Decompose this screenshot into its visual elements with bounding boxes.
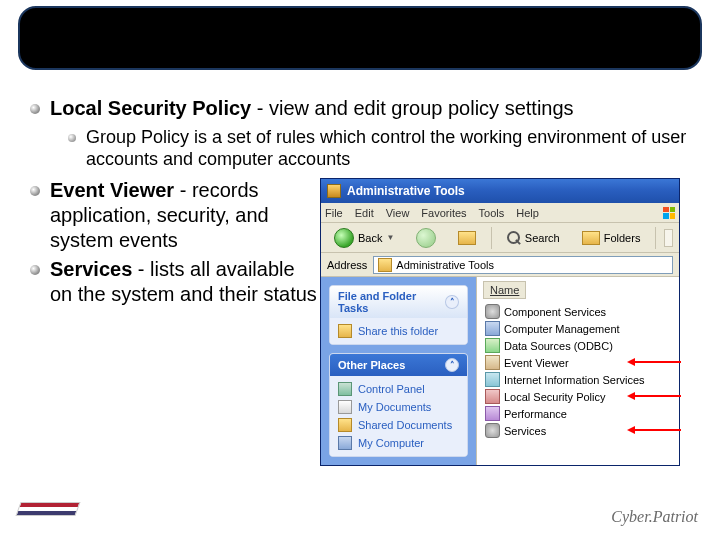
column-header-name[interactable]: Name [483, 281, 526, 299]
bullet-text: Event Viewer - records application, secu… [50, 178, 320, 253]
item-label: Performance [504, 408, 567, 420]
content-row: Event Viewer - records application, secu… [30, 178, 702, 466]
callout-arrow [633, 361, 681, 363]
menu-view[interactable]: View [386, 207, 410, 219]
menu-file[interactable]: File [325, 207, 343, 219]
forward-icon [416, 228, 436, 248]
bullet-icon [30, 104, 40, 114]
slide-header-bar [18, 6, 702, 70]
item-computer-management[interactable]: Computer Management [483, 320, 679, 337]
place-my-documents[interactable]: My Documents [338, 400, 459, 414]
item-services[interactable]: Services [483, 422, 679, 439]
panel-title: Other Places [338, 359, 405, 371]
windows-flag-icon [663, 207, 675, 219]
menu-help[interactable]: Help [516, 207, 539, 219]
iis-icon [485, 372, 500, 387]
menu-tools[interactable]: Tools [479, 207, 505, 219]
folders-icon [582, 231, 600, 245]
svc-title: Services [50, 258, 132, 280]
item-data-sources[interactable]: Data Sources (ODBC) [483, 337, 679, 354]
search-button[interactable]: Search [500, 228, 567, 248]
computer-icon [338, 436, 352, 450]
item-label: Data Sources (ODBC) [504, 340, 613, 352]
window-titlebar[interactable]: Administrative Tools [321, 179, 679, 203]
explorer-body: File and Folder Tasks ˄ Share this folde… [321, 277, 679, 465]
menu-right [663, 207, 675, 219]
callout-arrow [633, 395, 681, 397]
local-security-policy-icon [485, 389, 500, 404]
up-button[interactable] [451, 228, 483, 248]
footer-logo [18, 502, 88, 526]
task-share-folder[interactable]: Share this folder [338, 324, 459, 338]
services-icon [485, 423, 500, 438]
control-panel-icon [338, 382, 352, 396]
forward-button[interactable] [409, 225, 443, 251]
item-performance[interactable]: Performance [483, 405, 679, 422]
panel-header[interactable]: File and Folder Tasks ˄ [330, 286, 467, 318]
address-label: Address [327, 259, 367, 271]
item-component-services[interactable]: Component Services [483, 303, 679, 320]
back-button[interactable]: Back ▼ [327, 225, 401, 251]
bullet-icon [68, 134, 76, 142]
place-control-panel[interactable]: Control Panel [338, 382, 459, 396]
share-icon [338, 324, 352, 338]
menu-favorites[interactable]: Favorites [421, 207, 466, 219]
folders-button[interactable]: Folders [575, 228, 648, 248]
lsp-desc: - view and edit group policy settings [251, 97, 573, 119]
address-bar: Address Administrative Tools [321, 253, 679, 277]
item-label: Local Security Policy [504, 391, 606, 403]
chevron-up-icon: ˄ [445, 358, 459, 372]
folder-icon [378, 258, 392, 272]
place-my-computer[interactable]: My Computer [338, 436, 459, 450]
footer-brand: Cyber.Patriot [611, 508, 698, 526]
documents-icon [338, 400, 352, 414]
place-label: My Computer [358, 437, 424, 449]
window-title: Administrative Tools [347, 184, 465, 198]
slide-content: Local Security Policy - view and edit gr… [30, 96, 702, 466]
back-label: Back [358, 232, 382, 244]
panel-body: Control Panel My Documents Shared Docume… [330, 376, 467, 456]
bullet-text: Services - lists all available on the sy… [50, 257, 320, 307]
folder-up-icon [458, 231, 476, 245]
bullet-icon [30, 265, 40, 275]
item-iis[interactable]: Internet Information Services [483, 371, 679, 388]
item-event-viewer[interactable]: Event Viewer [483, 354, 679, 371]
panel-file-folder-tasks: File and Folder Tasks ˄ Share this folde… [329, 285, 468, 345]
file-list: Name Component Services Computer Managem… [476, 277, 679, 465]
sub-bullet-group-policy: Group Policy is a set of rules which con… [68, 127, 702, 170]
lsp-title: Local Security Policy [50, 97, 251, 119]
place-shared-documents[interactable]: Shared Documents [338, 418, 459, 432]
back-icon [334, 228, 354, 248]
panel-title: File and Folder Tasks [338, 290, 445, 314]
place-label: My Documents [358, 401, 431, 413]
toolbar: Back ▼ Search Folders [321, 223, 679, 253]
event-viewer-icon [485, 355, 500, 370]
place-label: Control Panel [358, 383, 425, 395]
folders-label: Folders [604, 232, 641, 244]
flag-icon [15, 502, 80, 516]
address-value: Administrative Tools [396, 259, 494, 271]
search-label: Search [525, 232, 560, 244]
item-label: Component Services [504, 306, 606, 318]
menu-bar: File Edit View Favorites Tools Help [321, 203, 679, 223]
callout-arrow [633, 429, 681, 431]
side-panel: File and Folder Tasks ˄ Share this folde… [321, 277, 476, 465]
place-label: Shared Documents [358, 419, 452, 431]
address-input[interactable]: Administrative Tools [373, 256, 673, 274]
computer-management-icon [485, 321, 500, 336]
item-label: Services [504, 425, 546, 437]
panel-header[interactable]: Other Places ˄ [330, 354, 467, 376]
ev-title: Event Viewer [50, 179, 174, 201]
menu-edit[interactable]: Edit [355, 207, 374, 219]
chevron-up-icon: ˄ [445, 295, 459, 309]
chevron-down-icon: ▼ [386, 233, 394, 242]
bullet-icon [30, 186, 40, 196]
task-label: Share this folder [358, 325, 438, 337]
bullet-local-security-policy: Local Security Policy - view and edit gr… [30, 96, 702, 121]
item-local-security-policy[interactable]: Local Security Policy [483, 388, 679, 405]
odbc-icon [485, 338, 500, 353]
item-label: Event Viewer [504, 357, 569, 369]
views-button[interactable] [664, 229, 673, 247]
item-label: Computer Management [504, 323, 620, 335]
explorer-window: Administrative Tools File Edit View Favo… [320, 178, 680, 466]
